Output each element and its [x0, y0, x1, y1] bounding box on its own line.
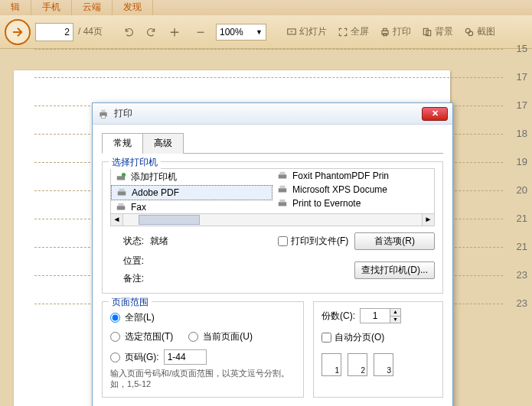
printer-icon — [116, 187, 127, 198]
screenshot-button[interactable]: 截图 — [461, 25, 498, 38]
scroll-left-icon[interactable]: ◄ — [111, 214, 123, 226]
svg-point-12 — [122, 172, 126, 176]
printer-icon — [97, 108, 109, 120]
svg-rect-21 — [279, 202, 287, 206]
page-stack-icon: 3 — [374, 353, 393, 376]
page-stack-icon: 2 — [348, 353, 367, 376]
spin-down-icon[interactable]: ▼ — [390, 317, 400, 323]
printer-icon — [277, 184, 288, 195]
printer-item-add[interactable]: 添加打印机 — [111, 169, 273, 185]
status-label: 状态: — [110, 235, 144, 248]
find-printer-button[interactable]: 查找打印机(D)... — [354, 261, 435, 279]
radio-selection[interactable] — [110, 332, 120, 342]
printer-list[interactable]: 添加打印机 Adobe PDF Fax Foxit PhantomPDF Pri… — [110, 168, 435, 214]
status-value: 就绪 — [150, 235, 272, 248]
location-label: 位置: — [110, 255, 144, 268]
copies-input[interactable] — [361, 309, 390, 323]
slideshow-button[interactable]: 幻灯片 — [283, 25, 330, 38]
svg-point-6 — [465, 28, 470, 33]
radio-all[interactable] — [110, 313, 120, 323]
dialog-titlebar[interactable]: 打印 ✕ — [93, 103, 452, 125]
dialog-tabs: 常规 高级 — [102, 132, 443, 154]
page-number-input[interactable] — [35, 23, 73, 41]
svg-rect-14 — [119, 189, 125, 192]
svg-rect-20 — [280, 186, 286, 189]
radio-current[interactable] — [188, 332, 198, 342]
pages-hint: 输入页面号码和/或页面范围，以英文逗号分割。如，1,5-12 — [110, 368, 295, 389]
svg-rect-10 — [101, 115, 105, 118]
preferences-button[interactable]: 首选项(R) — [354, 232, 435, 250]
page-range-group: 页面范围 全部(L) 选定范围(T) 当前页面(U) 页码(G): 输入页面号码… — [102, 301, 304, 398]
vertical-ruler: 15 17 17 18 19 20 21 21 23 23 — [494, 49, 529, 332]
toolbar: / 44页 ＋ － 100%▼ 幻灯片 全屏 打印 背景 截图 — [0, 15, 532, 49]
zoom-in-icon[interactable]: ＋ — [164, 21, 185, 42]
tab-cloud[interactable]: 云端 — [72, 0, 113, 15]
tab-discover[interactable]: 发现 — [113, 0, 153, 15]
page-stack-icon: 1 — [321, 353, 341, 376]
redo-icon[interactable] — [142, 27, 159, 37]
svg-rect-2 — [383, 28, 387, 31]
fullscreen-button[interactable]: 全屏 — [335, 25, 372, 38]
scroll-thumb[interactable] — [139, 215, 200, 225]
add-printer-icon — [116, 172, 126, 183]
svg-rect-19 — [279, 188, 287, 192]
svg-rect-9 — [101, 109, 105, 112]
svg-rect-18 — [280, 172, 286, 175]
app-tabs: 辑 手机 云端 发现 — [0, 0, 532, 15]
zoom-out-icon[interactable]: － — [190, 21, 211, 42]
svg-rect-22 — [280, 200, 286, 203]
printer-item-foxit[interactable]: Foxit PhantomPDF Prin — [273, 169, 434, 183]
print-dialog: 打印 ✕ 常规 高级 选择打印机 添加打印机 Adobe PDF Fax Fox… — [92, 102, 453, 406]
tab-mobile[interactable]: 手机 — [31, 0, 72, 15]
spin-up-icon[interactable]: ▲ — [390, 309, 400, 317]
background-button[interactable]: 背景 — [419, 25, 456, 38]
printer-item-xps[interactable]: Microsoft XPS Docume — [273, 183, 434, 197]
nav-next-button[interactable] — [5, 19, 31, 45]
zoom-select[interactable]: 100%▼ — [216, 24, 266, 41]
page-range-label: 页面范围 — [109, 296, 152, 309]
scroll-right-icon[interactable]: ► — [422, 214, 434, 226]
copies-group: 份数(C): ▲▼ 自动分页(O) 1 2 3 — [313, 301, 443, 398]
tab-general[interactable]: 常规 — [102, 133, 143, 154]
svg-rect-16 — [119, 203, 124, 206]
printer-group: 选择打印机 添加打印机 Adobe PDF Fax Foxit PhantomP… — [102, 161, 443, 294]
svg-point-7 — [468, 31, 473, 35]
print-to-file-checkbox[interactable]: 打印到文件(F) — [278, 235, 348, 248]
tab-advanced[interactable]: 高级 — [142, 133, 184, 154]
undo-icon[interactable] — [121, 27, 138, 37]
close-button[interactable]: ✕ — [422, 107, 448, 121]
collate-checkbox[interactable]: 自动分页(O) — [321, 331, 435, 344]
tab-edit[interactable]: 辑 — [0, 0, 31, 15]
radio-pages[interactable] — [110, 352, 120, 362]
print-button[interactable]: 打印 — [377, 25, 414, 38]
pages-input[interactable] — [164, 349, 207, 365]
dialog-title: 打印 — [114, 107, 422, 120]
svg-rect-17 — [279, 174, 287, 178]
svg-rect-15 — [117, 206, 126, 209]
page-total: / 44页 — [78, 25, 103, 38]
printer-icon — [277, 171, 288, 181]
printer-icon — [277, 198, 288, 209]
select-printer-label: 选择打印机 — [109, 156, 161, 169]
collate-preview: 1 2 3 — [321, 353, 435, 376]
printer-item-evernote[interactable]: Print to Evernote — [273, 197, 434, 210]
copies-spinner[interactable]: ▲▼ — [360, 308, 401, 323]
copies-label: 份数(C): — [321, 310, 355, 323]
printer-icon — [116, 202, 126, 213]
printer-list-scrollbar[interactable]: ◄ ► — [110, 214, 435, 226]
comment-label: 备注: — [110, 272, 144, 285]
printer-item-adobe-pdf[interactable]: Adobe PDF — [111, 185, 273, 200]
svg-rect-13 — [118, 191, 126, 195]
printer-item-fax[interactable]: Fax — [111, 200, 273, 214]
